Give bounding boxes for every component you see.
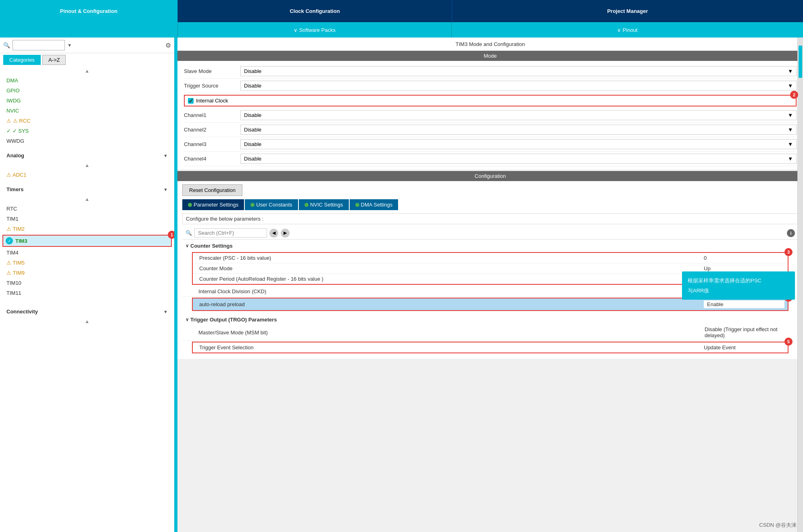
slave-mode-label: Slave Mode xyxy=(184,68,240,74)
sidebar-item-tim3-label: TIM3 xyxy=(15,238,27,244)
sidebar-item-rcc[interactable]: ⚠ RCC xyxy=(0,116,174,126)
sidebar-item-tim11[interactable]: TIM11 xyxy=(0,288,174,298)
tab-dot-icon xyxy=(355,203,359,207)
tab-user-constants[interactable]: User Constants xyxy=(245,199,298,210)
sidebar-item-nvic[interactable]: NVIC xyxy=(0,106,174,116)
sidebar-item-tim1[interactable]: TIM1 xyxy=(0,214,174,224)
sidebar-content: ▲ DMA GPIO IWDG NVIC ⚠ RCC ✓ SYS WWDG An… xyxy=(0,67,174,532)
counter-settings-header[interactable]: ∨ Counter Settings xyxy=(182,241,798,250)
chevron-down-icon: ▼ xyxy=(788,141,793,147)
sidebar-item-sys[interactable]: ✓ SYS xyxy=(0,126,174,136)
channel3-row: Channel3 Disable ▼ xyxy=(184,137,797,152)
param-search-input[interactable] xyxy=(194,228,267,238)
sub-nav-left-spacer xyxy=(0,22,177,38)
trigger-source-select[interactable]: Disable ▼ xyxy=(240,81,797,91)
chevron-down-icon: ▼ xyxy=(788,127,793,133)
internal-clock-checkbox[interactable] xyxy=(188,98,194,104)
channel4-label: Channel4 xyxy=(184,156,240,162)
gear-icon[interactable]: ⚙ xyxy=(165,42,171,49)
trigger-output-section: ∨ Trigger Output (TRGO) Parameters Maste… xyxy=(182,313,798,356)
param-row-psc: Prescaler (PSC - 16 bits value) 0 xyxy=(193,253,788,263)
sidebar-item-rtc[interactable]: RTC xyxy=(0,204,174,214)
nav-pinout-config[interactable]: Pinout & Configuration xyxy=(0,0,177,22)
tab-nvic-settings[interactable]: NVIC Settings xyxy=(299,199,349,210)
section-timers[interactable]: Timers ▼ xyxy=(0,184,174,195)
sidebar-item-dma[interactable]: DMA xyxy=(0,75,174,86)
section-analog[interactable]: Analog ▼ xyxy=(0,150,174,161)
channel3-select[interactable]: Disable ▼ xyxy=(240,139,797,149)
channel1-select[interactable]: Disable ▼ xyxy=(240,110,797,120)
chevron-down-icon: ▼ xyxy=(163,187,168,192)
trigger-source-row: Trigger Source Disable ▼ xyxy=(184,79,797,93)
search-input[interactable] xyxy=(13,40,65,50)
trigger-source-label: Trigger Source xyxy=(184,83,240,89)
sidebar-item-tim10[interactable]: TIM10 xyxy=(0,278,174,288)
chevron-down-icon: ▼ xyxy=(788,83,793,89)
chevron-down-icon: ∨ xyxy=(186,317,189,322)
channel4-select[interactable]: Disable ▼ xyxy=(240,154,797,164)
sub-nav-pinout[interactable]: ∨ Pinout xyxy=(452,22,803,38)
sidebar-tabs: Categories A->Z xyxy=(0,53,174,67)
tab-dot-icon xyxy=(305,203,309,207)
up-arrow-system[interactable]: ▲ xyxy=(0,67,174,75)
channel4-row: Channel4 Disable ▼ xyxy=(184,152,797,166)
slave-mode-select[interactable]: Disable ▼ xyxy=(240,66,797,76)
sub-nav-software-packs[interactable]: ∨ Software Packs xyxy=(177,22,452,38)
badge-3: 3 xyxy=(784,248,793,256)
sidebar-item-adc1[interactable]: ⚠ ADC1 xyxy=(0,170,174,180)
nav-clock-config[interactable]: Clock Configuration xyxy=(177,0,452,22)
internal-clock-row-wrapper: Internal Clock 2 xyxy=(184,95,797,106)
tab-atoz[interactable]: A->Z xyxy=(42,55,66,65)
channel1-label: Channel1 xyxy=(184,112,240,118)
badge-5: 5 xyxy=(784,338,793,346)
channel1-row: Channel1 Disable ▼ xyxy=(184,108,797,123)
check-circle-icon: ✓ xyxy=(6,237,13,244)
scrollbar-thumb[interactable] xyxy=(799,46,802,78)
tab-dot-icon xyxy=(250,203,254,207)
badge-1: 1 xyxy=(168,231,174,239)
watermark: CSDN @谷夫涞 xyxy=(759,522,797,529)
up-arrow-analog[interactable]: ▲ xyxy=(0,161,174,170)
trigger-event-wrapper: Trigger Event Selection Update Event 5 xyxy=(192,342,788,353)
config-tabs: Parameter Settings User Constants NVIC S… xyxy=(182,199,798,210)
tooltip-box: 根据采样率需求选择合适的PSC与ARR值 xyxy=(682,271,795,300)
channel3-label: Channel3 xyxy=(184,141,240,147)
nav-project-manager[interactable]: Project Manager xyxy=(452,0,803,22)
chevron-down-icon: ▼ xyxy=(788,112,793,118)
up-arrow-timers[interactable]: ▲ xyxy=(0,195,174,204)
channel2-select[interactable]: Disable ▼ xyxy=(240,125,797,135)
chevron-down-icon: ▼ xyxy=(163,153,168,158)
reset-config-button[interactable]: Reset Configuration xyxy=(182,184,242,196)
tab-dot-icon xyxy=(188,203,192,207)
sidebar-item-iwdg[interactable]: IWDG xyxy=(0,96,174,106)
chevron-down-icon: ▼ xyxy=(163,309,168,314)
section-connectivity[interactable]: Connectivity ▼ xyxy=(0,306,174,317)
sidebar-item-tim2[interactable]: ⚠ TIM2 xyxy=(0,224,174,234)
right-scrollbar[interactable] xyxy=(797,38,803,532)
sidebar-item-tim4[interactable]: TIM4 xyxy=(0,248,174,258)
mode-body: Slave Mode Disable ▼ Trigger Source Disa… xyxy=(177,61,803,169)
trigger-output-header[interactable]: ∨ Trigger Output (TRGO) Parameters xyxy=(182,315,798,324)
channel2-row: Channel2 Disable ▼ xyxy=(184,123,797,137)
chevron-down-icon: ∨ xyxy=(186,243,189,248)
channel2-label: Channel2 xyxy=(184,127,240,133)
mode-header: Mode xyxy=(177,51,803,61)
internal-clock-label: Internal Clock xyxy=(196,98,228,104)
tab-categories[interactable]: Categories xyxy=(3,55,41,65)
info-icon: i xyxy=(787,229,795,237)
param-row-msm: Master/Slave Mode (MSM bit) Disable (Tri… xyxy=(182,324,798,341)
sidebar-item-tim9[interactable]: ⚠ TIM9 xyxy=(0,268,174,278)
sub-nav: ∨ Software Packs ∨ Pinout xyxy=(0,22,803,38)
sidebar-item-wwdg[interactable]: WWDG xyxy=(0,136,174,146)
param-search-row: 🔍 ◀ ▶ i xyxy=(182,227,798,240)
chevron-down-icon: ▼ xyxy=(67,43,72,48)
chevron-down-icon: ▼ xyxy=(788,156,793,162)
sidebar-item-gpio[interactable]: GPIO xyxy=(0,86,174,96)
tab-dma-settings[interactable]: DMA Settings xyxy=(350,199,398,210)
search-prev-button[interactable]: ◀ xyxy=(269,229,278,238)
sidebar-item-tim5[interactable]: ⚠ TIM5 xyxy=(0,258,174,268)
tab-parameter-settings[interactable]: Parameter Settings xyxy=(182,199,244,210)
search-next-button[interactable]: ▶ xyxy=(281,229,290,238)
sidebar-item-tim3-wrapper[interactable]: ✓ TIM3 1 xyxy=(2,235,172,247)
up-arrow-connectivity[interactable]: ▲ xyxy=(0,317,174,326)
